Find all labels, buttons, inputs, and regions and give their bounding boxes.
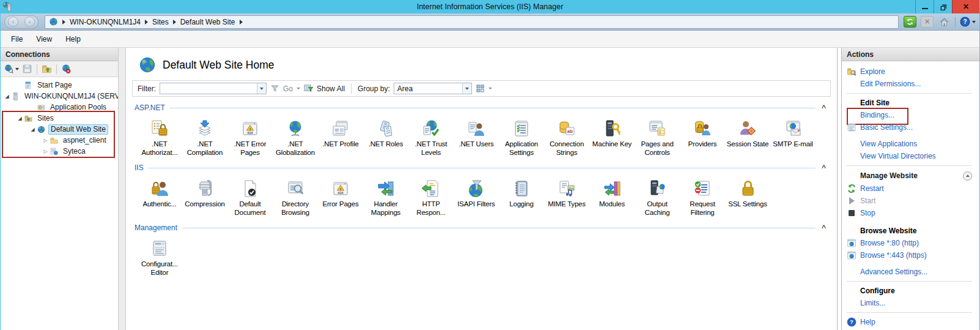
tree-item-sites[interactable]: ◢Sites — [1, 113, 118, 124]
show-all-button[interactable]: Show All — [317, 84, 345, 93]
minimize-button[interactable] — [915, 0, 934, 13]
forward-button[interactable]: › — [24, 17, 35, 27]
tree-expander-icon[interactable]: ◢ — [16, 116, 24, 121]
group-by-select[interactable]: Area — [394, 83, 472, 94]
actions-splitter[interactable] — [837, 48, 842, 330]
tree-expander-icon[interactable]: ▷ — [42, 138, 50, 143]
feature-http-respon[interactable]: HTTP Respon... — [408, 176, 454, 217]
menu-view[interactable]: View — [31, 32, 57, 46]
save-connections-button[interactable] — [22, 64, 32, 74]
feature-request-filtering[interactable]: Request Filtering — [680, 176, 725, 217]
help-button[interactable]: ? — [960, 17, 976, 27]
feature-modules[interactable]: Modules — [589, 176, 635, 217]
action-advanced-settings[interactable]: Advanced Settings... — [847, 266, 977, 278]
tree-item-application-pools[interactable]: Application Pools — [1, 102, 118, 113]
tree-expander-icon[interactable]: ◢ — [29, 127, 37, 132]
tree-expander-icon[interactable]: ◢ — [3, 94, 11, 99]
breadcrumb-arrow-icon — [240, 20, 243, 24]
tree-item-aspnet-client[interactable]: ▷aspnet_client — [1, 135, 118, 146]
section-items-management: Configurat... Editor — [134, 232, 837, 278]
help-icon: ? — [960, 17, 970, 27]
group-by-dropdown-button[interactable] — [462, 83, 471, 94]
feature-net-trust-levels[interactable]: .NET Trust Levels — [408, 116, 454, 157]
back-button[interactable]: ‹ — [8, 17, 18, 27]
action-edit-permissions[interactable]: Edit Permissions... — [847, 78, 977, 90]
action-limits[interactable]: Limits... — [847, 297, 977, 309]
authentication-icon — [150, 179, 169, 198]
action-browse-80-http[interactable]: Browse *:80 (http) — [847, 237, 977, 249]
menu-help[interactable]: Help — [60, 32, 86, 46]
feature-isapi-filters[interactable]: ISAPI Filters — [454, 176, 499, 217]
feature-net-compilation[interactable]: .NET Compilation — [182, 116, 227, 157]
go-button[interactable]: Go — [283, 84, 293, 93]
action-view-virtual-directories[interactable]: View Virtual Directories — [847, 150, 977, 162]
action-restart[interactable]: Restart — [847, 182, 977, 195]
action-help[interactable]: ?Help — [847, 316, 977, 328]
feature-error-pages[interactable]: !404Error Pages — [318, 176, 363, 217]
iis-manager-window: Internet Information Services (IIS) Mana… — [0, 0, 980, 330]
restore-button[interactable] — [934, 0, 952, 13]
feature-output-caching[interactable]: Output Caching — [635, 176, 680, 217]
net-comp-icon — [195, 119, 215, 138]
up-level-button[interactable] — [42, 64, 52, 74]
view-layout-button[interactable] — [476, 84, 485, 93]
action-start[interactable]: Start — [847, 195, 977, 207]
feature-directory-browsing[interactable]: Directory Browsing — [273, 176, 318, 217]
filter-input[interactable] — [160, 83, 267, 94]
feature-providers[interactable]: Providers — [680, 116, 725, 157]
menu-file[interactable]: File — [6, 32, 28, 46]
feature-net-profile[interactable]: .NET Profile — [318, 116, 363, 157]
section-collapse-chevron-icon[interactable]: ^ — [822, 165, 826, 170]
breadcrumb-default-web-site[interactable]: Default Web Site — [180, 18, 235, 26]
action-bindings[interactable]: Bindings... — [847, 109, 977, 121]
close-button[interactable]: ✕ — [952, 0, 979, 13]
tree-expander-icon[interactable]: ▷ — [42, 149, 50, 154]
feature-compression[interactable]: Compression — [182, 176, 227, 217]
feature-handler-mappings[interactable]: Handler Mappings — [363, 176, 408, 217]
tree-item-start-page[interactable]: Start Page — [1, 80, 118, 91]
content-area: Connections Start P — [1, 48, 979, 330]
tree-item-default-web-site[interactable]: ◢Default Web Site — [1, 124, 118, 135]
feature-ssl-settings[interactable]: SSL Settings — [725, 176, 770, 217]
action-label: Advanced Settings... — [860, 268, 927, 276]
section-collapse-chevron-icon[interactable]: ^ — [822, 225, 826, 230]
feature-logging[interactable]: Logging — [499, 176, 544, 217]
feature-application-settings[interactable]: Application Settings — [499, 116, 544, 157]
stop-button[interactable]: ✕ — [921, 16, 934, 28]
feature-session-state[interactable]: Session State — [725, 116, 770, 157]
feature-smtp-e-mail[interactable]: SMTP E-mail — [770, 116, 816, 157]
panel-splitter[interactable] — [118, 48, 126, 330]
feature-net-authorizat[interactable]: .NET Authorizat... — [137, 116, 182, 157]
filter-dropdown-button[interactable] — [257, 83, 266, 94]
svg-text:?: ? — [963, 18, 967, 25]
action-basic-settings[interactable]: Basic Settings... — [847, 121, 977, 133]
action-stop[interactable]: Stop — [847, 207, 977, 219]
home-button[interactable] — [938, 16, 951, 28]
feature-net-users[interactable]: .NET Users — [454, 116, 499, 157]
breadcrumb-server[interactable]: WIN-OKUNQNLM1J4 — [70, 18, 141, 26]
feature-mime-types[interactable]: MIME Types — [544, 176, 589, 217]
handler-mappings-icon — [376, 179, 396, 198]
tree-item-win-okunqnlm1j4-server[interactable]: ◢WIN-OKUNQNLM1J4 (SERVER — [1, 91, 118, 102]
refresh-button[interactable] — [904, 16, 916, 28]
feature-label: SMTP E-mail — [770, 140, 816, 149]
feature-pages-and-controls[interactable]: Pages and Controls — [635, 116, 680, 157]
breadcrumb-sites[interactable]: Sites — [152, 18, 169, 26]
feature-authentic[interactable]: Authentic... — [137, 176, 182, 217]
delete-connection-button[interactable] — [61, 64, 72, 74]
create-connection-button[interactable] — [4, 64, 19, 74]
feature-net-error-pages[interactable]: !404.NET Error Pages — [227, 116, 273, 157]
action-explore[interactable]: Explore — [847, 66, 977, 78]
feature-net-roles[interactable]: .NET Roles — [363, 116, 408, 157]
action-view-applications[interactable]: View Applications — [847, 138, 977, 150]
feature-connection-strings[interactable]: abConnection Strings — [544, 116, 589, 157]
feature-machine-key[interactable]: Machine Key — [589, 116, 635, 157]
collapse-button[interactable] — [963, 171, 972, 181]
breadcrumb[interactable]: WIN-OKUNQNLM1J4 Sites Default Web Site — [45, 15, 899, 29]
section-collapse-chevron-icon[interactable]: ^ — [822, 105, 826, 110]
feature-configurat-editor[interactable]: Configurat... Editor — [137, 236, 182, 277]
feature-default-document[interactable]: Default Document — [227, 176, 273, 217]
action-browse-443-https[interactable]: Browse *:443 (https) — [847, 249, 977, 261]
feature-net-globalization[interactable]: .NET Globalization — [273, 116, 318, 157]
tree-item-syteca[interactable]: ▷Syteca — [1, 146, 118, 157]
